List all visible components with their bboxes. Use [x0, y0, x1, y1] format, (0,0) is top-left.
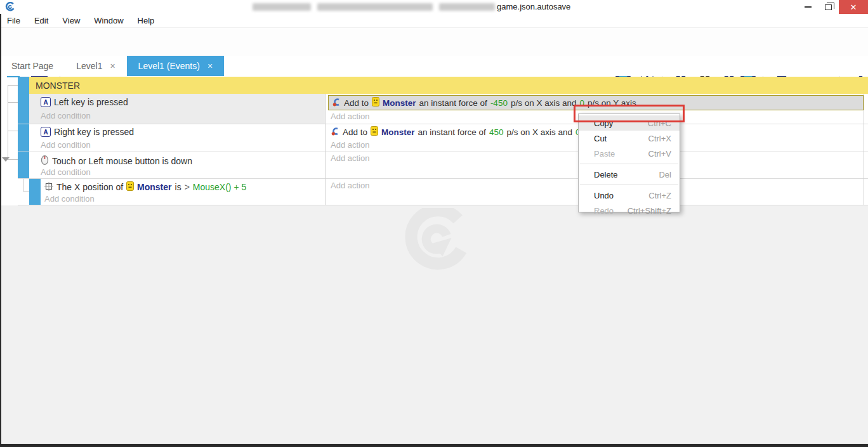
context-menu: Copy Ctrl+C Cut Ctrl+X Paste Ctrl+V Dele… [578, 113, 680, 212]
window-title: game.json.autosave [497, 0, 570, 14]
event-handle[interactable] [18, 152, 29, 178]
menu-item-shortcut: Ctrl+Z [648, 191, 671, 200]
monster-object-icon [371, 126, 378, 138]
tab-label: Level1 [76, 61, 102, 71]
menu-item-label: Paste [594, 149, 615, 159]
tree-line [8, 85, 8, 159]
collapse-arrow-icon[interactable] [2, 157, 10, 162]
add-condition-link[interactable]: Add condition [41, 140, 91, 150]
menu-file[interactable]: File [0, 14, 27, 27]
context-menu-redo[interactable]: Redo Ctrl+Shift+Z [579, 203, 680, 218]
context-menu-undo[interactable]: Undo Ctrl+Z [579, 188, 680, 203]
subevent-handle[interactable] [29, 179, 41, 205]
action-text: p/s on X axis and [506, 127, 572, 137]
condition-text: Right key is pressed [54, 127, 134, 137]
window-left-border [0, 14, 1, 447]
keyboard-key-icon: A [41, 97, 51, 107]
menu-item-shortcut: Ctrl+Shift+Z [628, 206, 671, 216]
action-value: -450 [490, 98, 508, 108]
menu-edit[interactable]: Edit [27, 14, 55, 27]
tab-close-icon[interactable]: × [110, 61, 115, 71]
action-value: 0 [579, 98, 584, 108]
menu-item-label: Undo [594, 191, 614, 200]
row-divider [18, 124, 868, 124]
action-text: p/s on X axis and [511, 98, 577, 108]
comment-text: MONSTER [36, 81, 80, 91]
action-text: Add to [344, 98, 369, 108]
menu-separator [580, 185, 678, 185]
tab-level1[interactable]: Level1× [65, 56, 126, 76]
tab-close-icon[interactable]: × [207, 61, 213, 71]
title-bar: game.json.autosave ✕ [0, 0, 868, 14]
minimize-icon [805, 6, 812, 8]
menu-item-shortcut: Ctrl+C [648, 119, 671, 128]
action-text: an instant force of [419, 98, 487, 108]
menu-item-label: Redo [594, 206, 614, 216]
menu-window[interactable]: Window [87, 14, 130, 27]
menu-item-label: Cut [594, 134, 607, 143]
object-name: Monster [137, 182, 171, 192]
close-button[interactable]: ✕ [839, 0, 868, 14]
object-name: Monster [383, 98, 416, 108]
row-divider [18, 152, 868, 152]
menu-help[interactable]: Help [131, 14, 162, 27]
context-menu-paste[interactable]: Paste Ctrl+V [579, 146, 680, 161]
comment-row[interactable]: MONSTER [29, 77, 868, 94]
tree-line [8, 102, 18, 103]
toolbar [0, 28, 868, 56]
context-menu-delete[interactable]: Delete Del [579, 167, 680, 182]
gdevelop-logo-watermark [395, 208, 476, 275]
tab-label: Level1 (Events) [138, 61, 200, 71]
restore-icon [825, 4, 832, 10]
menu-item-shortcut: Ctrl+X [648, 134, 671, 143]
condition-text: The X position of [56, 182, 123, 192]
menu-view[interactable]: View [55, 14, 87, 27]
condition-right-key[interactable]: A Right key is pressed [41, 127, 134, 137]
add-action-link[interactable]: Add action [331, 181, 369, 190]
mouse-icon [41, 155, 49, 167]
gdevelop-logo-icon [5, 2, 15, 15]
add-action-link[interactable]: Add action [331, 112, 369, 121]
condition-text: is [175, 182, 181, 192]
action-text: p/s on Y axis [588, 98, 636, 108]
condition-expression: MouseX() + 5 [193, 182, 246, 192]
force-icon [331, 127, 339, 138]
add-action-link[interactable]: Add action [331, 140, 369, 150]
redacted-title-segment [317, 3, 433, 11]
condition-touch-mouse[interactable]: Touch or Left mouse button is down [41, 155, 192, 167]
tree-line [23, 179, 23, 191]
force-icon [332, 98, 341, 108]
event-handle[interactable] [18, 124, 29, 152]
tab-bar: Start Page Level1× Level1 (Events)× [0, 56, 868, 76]
context-menu-copy[interactable]: Copy Ctrl+C [579, 115, 680, 131]
tab-start-page[interactable]: Start Page [0, 56, 65, 76]
redacted-title-segment [439, 3, 495, 11]
condition-text: Touch or Left mouse button is down [52, 156, 192, 166]
condition-operator: > [185, 182, 190, 192]
add-action-link[interactable]: Add action [331, 153, 369, 163]
add-condition-link[interactable]: Add condition [44, 194, 95, 204]
position-icon [44, 182, 53, 193]
redacted-title-segment [253, 3, 311, 11]
tab-level1-events[interactable]: Level1 (Events)× [127, 56, 224, 76]
monster-object-icon [372, 97, 379, 108]
condition-left-key[interactable]: A Left key is pressed [41, 97, 128, 107]
menu-item-shortcut: Ctrl+V [648, 149, 671, 159]
menu-item-label: Copy [594, 119, 613, 128]
action-text: Add to [343, 127, 367, 137]
gdevelop-window: game.json.autosave ✕ File Edit View Wind… [0, 0, 868, 447]
action-add-force-selected[interactable]: Add to Monster an instant force of -450 … [328, 95, 864, 110]
event-handle[interactable] [18, 77, 29, 94]
event-handle[interactable] [18, 94, 29, 124]
action-value: 450 [489, 127, 504, 137]
restore-button[interactable] [819, 1, 838, 13]
condition-x-position[interactable]: The X position of Monster is > MouseX() … [44, 181, 246, 193]
context-menu-cut[interactable]: Cut Ctrl+X [579, 131, 680, 146]
tree-line [8, 131, 18, 131]
add-condition-link[interactable]: Add condition [41, 167, 91, 177]
tree-line [8, 85, 18, 86]
minimize-button[interactable] [798, 1, 817, 13]
monster-object-icon [126, 181, 134, 193]
add-condition-link[interactable]: Add condition [41, 111, 91, 120]
tab-label: Start Page [11, 61, 53, 71]
